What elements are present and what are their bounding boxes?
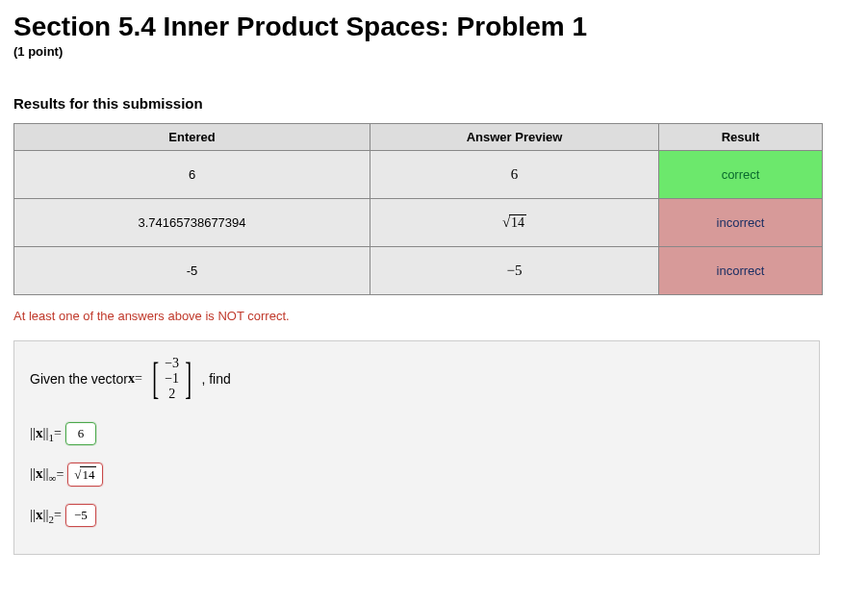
given-row: Given the vector x = [ −3 −1 2 ] , find (30, 355, 804, 403)
sqrt-icon: √14 (502, 214, 526, 231)
x-symbol: x (128, 371, 135, 387)
norm2-row: ||x||2 = −5 (30, 504, 804, 527)
table-row: 6 6 correct (14, 151, 823, 199)
equals-sign: = (54, 426, 62, 441)
cell-result: incorrect (659, 247, 823, 295)
cell-preview: 6 (370, 151, 659, 199)
vector-x: [ −3 −1 2 ] (148, 355, 196, 403)
sqrt-icon: √14 (74, 466, 96, 483)
results-header-row: Entered Answer Preview Result (14, 124, 823, 151)
bracket-right-icon: ] (185, 363, 191, 396)
cell-preview: −5 (370, 247, 659, 295)
norm1-row: ||x||1 = 6 (30, 422, 804, 445)
results-table: Entered Answer Preview Result 6 6 correc… (13, 123, 823, 295)
equals-sign: = (135, 371, 142, 387)
answer-input-norm1[interactable]: 6 (65, 422, 96, 445)
given-label: Given the vector (30, 371, 128, 387)
page-title: Section 5.4 Inner Product Spaces: Proble… (13, 12, 855, 42)
points-label: (1 point) (13, 44, 855, 59)
norminf-row: ||x||∞ = √14 (30, 463, 804, 487)
header-preview: Answer Preview (370, 124, 659, 151)
equals-sign: = (54, 508, 62, 523)
answer-input-norm2[interactable]: −5 (65, 504, 96, 527)
equals-sign: = (56, 467, 64, 483)
cell-result: incorrect (659, 199, 823, 247)
results-heading: Results for this submission (13, 95, 855, 112)
vector-entry: 2 (168, 387, 175, 402)
cell-entered: -5 (14, 247, 370, 295)
table-row: -5 −5 incorrect (14, 247, 823, 295)
vector-entry: −3 (165, 356, 179, 371)
warning-message: At least one of the answers above is NOT… (13, 309, 855, 323)
cell-entered: 6 (14, 151, 370, 199)
header-entered: Entered (14, 124, 370, 151)
cell-result: correct (659, 151, 823, 199)
vector-entry: −1 (165, 371, 179, 387)
answer-input-norminf[interactable]: √14 (67, 463, 103, 487)
cell-preview: √14 (370, 199, 659, 247)
header-result: Result (659, 124, 823, 151)
problem-panel: Given the vector x = [ −3 −1 2 ] , find … (13, 340, 820, 555)
cell-entered: 3.74165738677394 (14, 199, 370, 247)
bracket-left-icon: [ (152, 363, 159, 396)
find-label: , find (201, 371, 230, 387)
table-row: 3.74165738677394 √14 incorrect (14, 199, 823, 247)
